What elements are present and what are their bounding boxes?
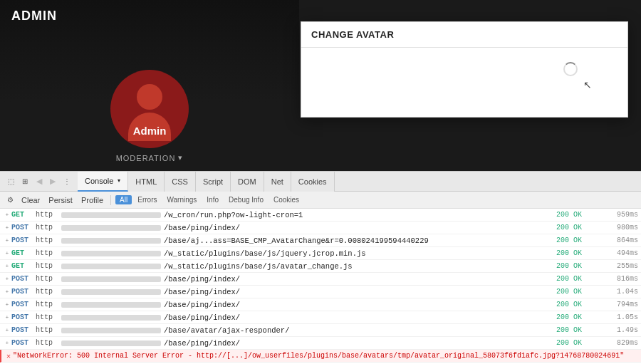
- admin-title: ADMIN: [0, 0, 299, 32]
- log-row[interactable]: + POST http /base/aj...ass=BASE_CMP_Avat…: [0, 234, 641, 247]
- log-row[interactable]: + POST http /base/ping/index/ 200 OK 816…: [0, 273, 641, 286]
- clear-button[interactable]: Clear: [19, 192, 43, 208]
- log-path: /base/ping/index/: [164, 301, 556, 309]
- modal-header: CHANGE AVATAR: [301, 22, 627, 48]
- tab-console[interactable]: Console ▾: [78, 172, 128, 192]
- log-row[interactable]: + POST http /base/ping/index/ 200 OK 794…: [0, 298, 641, 311]
- cursor-icon: ↖: [583, 79, 592, 90]
- log-path: /w_static/plugins/base/js/jquery.jcrop.m…: [164, 249, 556, 258]
- log-method: POST: [11, 288, 36, 296]
- log-status: 200 OK: [556, 211, 595, 219]
- expand-icon[interactable]: +: [3, 339, 11, 348]
- devtools-tabs: Console ▾ HTML CSS Script DOM Net Cookie…: [78, 172, 637, 192]
- log-type: http: [36, 288, 58, 296]
- filter-all[interactable]: All: [115, 195, 132, 204]
- log-path: /base/aj...ass=BASE_CMP_AvatarChange&r=0…: [164, 236, 556, 245]
- modal-body: ↖: [301, 48, 627, 112]
- error-message: "NetworkError: 500 Internal Server Error…: [13, 352, 638, 360]
- log-type: http: [36, 224, 58, 232]
- filter-errors[interactable]: Errors: [133, 195, 161, 204]
- change-avatar-modal: CHANGE AVATAR ↖: [301, 21, 628, 118]
- log-url-blurred: [61, 225, 161, 231]
- tab-script[interactable]: Script: [196, 172, 231, 192]
- filter-debug-info[interactable]: Debug Info: [224, 195, 268, 204]
- back-button[interactable]: ◀: [33, 175, 46, 188]
- log-path: /base/ping/index/: [164, 339, 556, 348]
- devtools-topbar: ⬚ ⊞ ◀ ▶ ⋮ Console ▾ HTML CSS Script DOM: [0, 172, 641, 192]
- console-settings-icon[interactable]: ⚙: [4, 194, 16, 206]
- console-toolbar: ⚙ Clear Persist Profile All Errors Warni…: [0, 192, 641, 209]
- expand-icon[interactable]: +: [3, 262, 11, 271]
- log-method: GET: [11, 249, 36, 257]
- tab-cookies[interactable]: Cookies: [291, 172, 335, 192]
- log-path: /w_static/plugins/base/js/avatar_change.…: [164, 262, 556, 271]
- log-row[interactable]: + POST http /base/ping/index/ 200 OK 1.0…: [0, 286, 641, 298]
- log-method: POST: [11, 236, 36, 244]
- log-method: POST: [11, 313, 36, 321]
- log-status: 200 OK: [556, 275, 595, 283]
- nav-buttons: ◀ ▶: [33, 175, 59, 188]
- console-log: + GET http /w_cron/run.php?ow-light-cron…: [0, 209, 641, 364]
- chevron-down-icon: ▾: [178, 153, 183, 162]
- log-row[interactable]: + POST http /base/ping/index/ 200 OK 1.0…: [0, 311, 641, 324]
- log-time: 794ms: [595, 301, 638, 308]
- expand-icon[interactable]: +: [3, 301, 11, 309]
- log-type: http: [36, 339, 58, 347]
- expand-icon[interactable]: +: [3, 275, 11, 284]
- log-row[interactable]: + POST http /base/avatar/ajax-responder/…: [0, 324, 641, 337]
- log-row[interactable]: + GET http /w_cron/run.php?ow-light-cron…: [0, 209, 641, 222]
- expand-icon[interactable]: +: [3, 236, 11, 245]
- log-time: 1.05s: [595, 313, 638, 321]
- more-icon[interactable]: ⋮: [61, 175, 73, 188]
- tab-html[interactable]: HTML: [128, 172, 165, 192]
- log-url-blurred: [61, 340, 161, 346]
- log-time: 255ms: [595, 262, 638, 270]
- log-row[interactable]: + POST http /base/ping/index/ 200 OK 980…: [0, 222, 641, 234]
- filter-cookies[interactable]: Cookies: [269, 195, 303, 204]
- expand-icon[interactable]: +: [3, 313, 11, 322]
- admin-name: Admin: [133, 125, 167, 137]
- log-row[interactable]: + GET http /w_static/plugins/base/js/ava…: [0, 260, 641, 273]
- log-path: /w_cron/run.php?ow-light-cron=1: [164, 211, 556, 219]
- chevron-down-icon: ▾: [118, 177, 120, 184]
- log-type: http: [36, 301, 58, 308]
- profile-button[interactable]: Profile: [78, 192, 106, 208]
- log-status: 200 OK: [556, 224, 595, 232]
- log-url-blurred: [61, 212, 161, 218]
- filter-warnings[interactable]: Warnings: [162, 195, 201, 204]
- log-method: POST: [11, 301, 36, 308]
- tab-net[interactable]: Net: [264, 172, 291, 192]
- log-url-blurred: [61, 264, 161, 269]
- tab-dom[interactable]: DOM: [231, 172, 264, 192]
- log-time: 1.04s: [595, 288, 638, 296]
- forward-button[interactable]: ▶: [46, 175, 59, 188]
- log-type: http: [36, 236, 58, 244]
- persist-button[interactable]: Persist: [46, 192, 75, 208]
- inspect-icon[interactable]: ⬚: [4, 175, 17, 188]
- log-time: 494ms: [595, 249, 638, 257]
- log-path: /base/ping/index/: [164, 313, 556, 322]
- log-url-blurred: [61, 315, 161, 321]
- responsive-icon[interactable]: ⊞: [19, 175, 31, 188]
- log-time: 864ms: [595, 236, 638, 244]
- expand-icon[interactable]: +: [3, 288, 11, 296]
- log-url-blurred: [61, 328, 161, 333]
- tab-css[interactable]: CSS: [165, 172, 196, 192]
- moderation-button[interactable]: MODERATION ▾: [116, 153, 184, 162]
- log-row[interactable]: + GET http /w_static/plugins/base/js/jqu…: [0, 247, 641, 260]
- log-time: 829ms: [595, 339, 638, 347]
- filter-info[interactable]: Info: [202, 195, 223, 204]
- log-time: 1.49s: [595, 326, 638, 334]
- log-method: POST: [11, 275, 36, 283]
- expand-icon[interactable]: +: [3, 211, 11, 219]
- expand-icon[interactable]: +: [3, 249, 11, 258]
- expand-icon[interactable]: +: [3, 224, 11, 232]
- log-time: 980ms: [595, 224, 638, 232]
- log-row-error[interactable]: ✕ "NetworkError: 500 Internal Server Err…: [0, 350, 641, 363]
- log-method: POST: [11, 224, 36, 232]
- log-url-blurred: [61, 251, 161, 256]
- log-method: GET: [11, 262, 36, 270]
- expand-icon[interactable]: +: [3, 326, 11, 335]
- log-path: /base/ping/index/: [164, 275, 556, 284]
- log-row[interactable]: + POST http /base/ping/index/ 200 OK 829…: [0, 337, 641, 350]
